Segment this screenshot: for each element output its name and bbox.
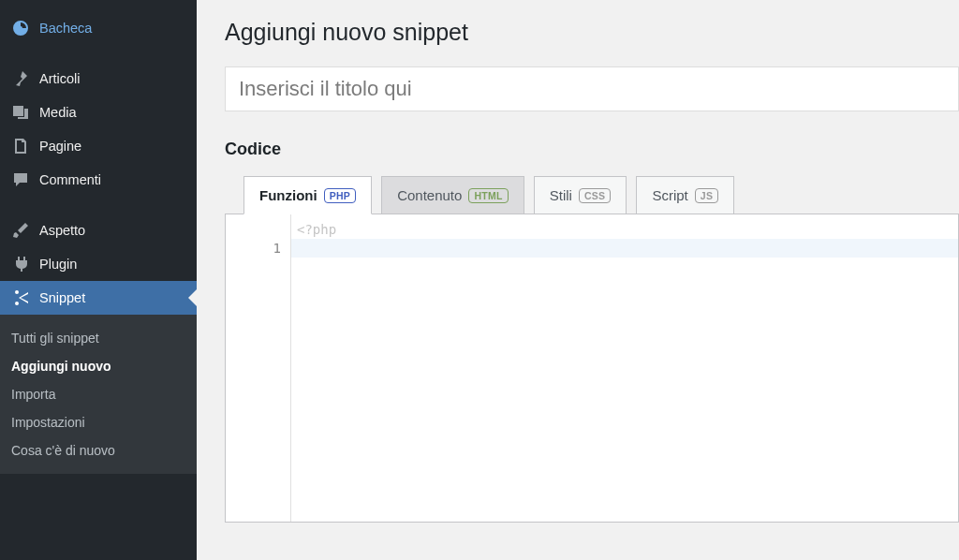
brush-icon	[11, 221, 30, 240]
code-tabs: Funzioni PHP Contenuto HTML Stili CSS Sc…	[225, 176, 959, 214]
submenu-item-settings[interactable]: Impostazioni	[0, 408, 197, 436]
sidebar-item-comments[interactable]: Commenti	[0, 163, 197, 197]
comment-icon	[11, 170, 30, 189]
editor-gutter: 1	[226, 214, 291, 522]
sidebar-item-media[interactable]: Media	[0, 96, 197, 129]
tab-functions[interactable]: Funzioni PHP	[243, 176, 372, 214]
sidebar-item-plugins[interactable]: Plugin	[0, 247, 197, 281]
active-line[interactable]	[291, 239, 958, 258]
tab-styles[interactable]: Stili CSS	[534, 176, 627, 214]
sidebar-item-posts[interactable]: Articoli	[0, 62, 197, 96]
php-open-tag-hint: <?php	[291, 220, 958, 239]
sidebar-item-label: Snippet	[39, 290, 85, 305]
menu-separator	[0, 197, 197, 214]
sidebar-item-label: Commenti	[39, 172, 101, 187]
snippet-title-input[interactable]	[225, 66, 959, 111]
admin-sidebar: Bacheca Articoli Media Pagine Commenti A…	[0, 0, 197, 560]
submenu-item-add-new[interactable]: Aggiungi nuovo	[0, 352, 197, 380]
php-badge: PHP	[324, 188, 357, 203]
dashboard-icon	[11, 19, 30, 37]
submenu-item-whatsnew[interactable]: Cosa c'è di nuovo	[0, 436, 197, 464]
submenu-item-import[interactable]: Importa	[0, 380, 197, 408]
sidebar-item-label: Aspetto	[39, 223, 85, 238]
sidebar-item-snippets[interactable]: Snippet	[0, 281, 197, 315]
submenu-item-all-snippets[interactable]: Tutti gli snippet	[0, 324, 197, 352]
media-icon	[11, 103, 30, 122]
sidebar-item-label: Media	[39, 105, 77, 120]
plug-icon	[11, 255, 30, 273]
sidebar-submenu: Tutti gli snippet Aggiungi nuovo Importa…	[0, 315, 197, 474]
main-content: Aggiungi nuovo snippet Codice Funzioni P…	[197, 0, 959, 560]
scissors-icon	[11, 288, 30, 307]
tab-content[interactable]: Contenuto HTML	[381, 176, 524, 214]
tab-label: Script	[652, 187, 687, 203]
sidebar-item-label: Articoli	[39, 71, 81, 86]
code-area[interactable]: <?php	[291, 214, 958, 522]
js-badge: JS	[695, 188, 718, 203]
html-badge: HTML	[468, 188, 508, 203]
sidebar-item-label: Bacheca	[39, 21, 92, 36]
menu-separator	[0, 45, 197, 62]
css-badge: CSS	[579, 188, 612, 203]
pin-icon	[11, 69, 30, 88]
sidebar-item-appearance[interactable]: Aspetto	[0, 214, 197, 247]
pages-icon	[11, 137, 30, 155]
tab-label: Stili	[550, 187, 572, 203]
page-title: Aggiungi nuovo snippet	[225, 19, 959, 46]
tab-label: Funzioni	[259, 187, 317, 203]
sidebar-item-label: Plugin	[39, 257, 77, 272]
line-number: 1	[226, 239, 290, 258]
sidebar-item-label: Pagine	[39, 139, 81, 154]
sidebar-item-dashboard[interactable]: Bacheca	[0, 11, 197, 45]
sidebar-item-pages[interactable]: Pagine	[0, 129, 197, 163]
tab-label: Contenuto	[397, 187, 462, 203]
code-section-label: Codice	[225, 140, 959, 159]
code-editor[interactable]: 1 <?php	[225, 214, 959, 523]
tab-script[interactable]: Script JS	[636, 176, 734, 214]
